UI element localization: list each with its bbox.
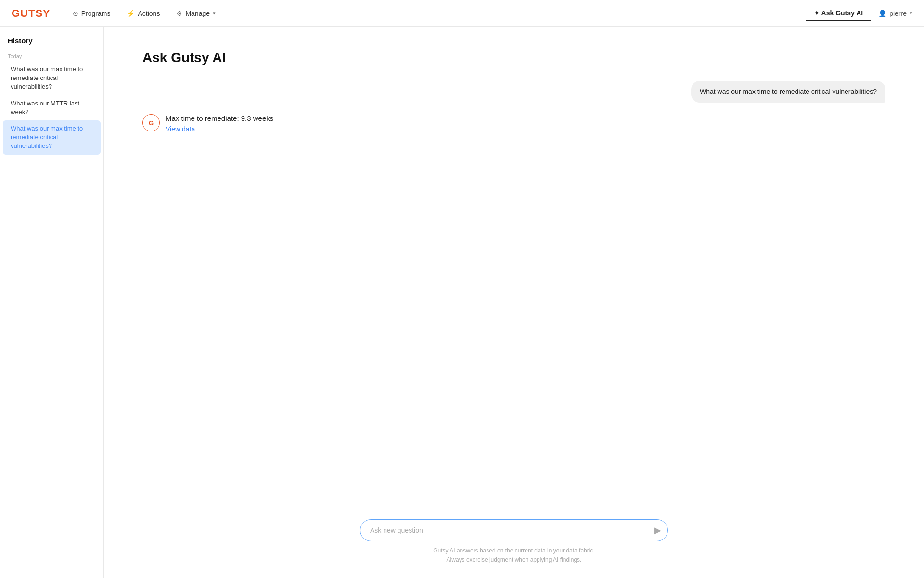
- actions-icon: ⚡: [127, 10, 135, 17]
- view-data-link[interactable]: View data: [166, 125, 273, 133]
- ai-avatar: G: [142, 114, 160, 131]
- nav-manage-label: Manage: [185, 10, 210, 17]
- user-chevron-icon: ▾: [910, 10, 912, 16]
- user-name-label: pierre: [889, 10, 907, 17]
- programs-icon: ⊙: [73, 10, 78, 17]
- ai-response: G Max time to remediate: 9.3 weeks View …: [142, 114, 479, 133]
- input-wrapper: ▶: [360, 519, 668, 541]
- disclaimer-line2: Always exercise judgment when applying A…: [447, 556, 582, 563]
- chat-messages: What was our max time to remediate criti…: [142, 81, 886, 133]
- manage-icon: ⚙: [176, 10, 182, 17]
- nav-actions[interactable]: ⚡ Actions: [120, 7, 167, 20]
- user-icon: 👤: [878, 10, 886, 17]
- chat-input[interactable]: [360, 519, 668, 541]
- navbar: GUTSY ⊙ Programs ⚡ Actions ⚙ Manage ▾ ✦ …: [0, 0, 924, 27]
- disclaimer-line1: Gutsy AI answers based on the current da…: [433, 547, 595, 554]
- sidebar-item-2[interactable]: What was our MTTR last week?: [3, 95, 101, 120]
- nav-programs-label: Programs: [81, 10, 111, 17]
- ai-logo-letter: G: [149, 119, 154, 127]
- navbar-right: ✦ Ask Gutsy AI 👤 pierre ▾: [806, 6, 912, 21]
- nav-programs[interactable]: ⊙ Programs: [66, 7, 117, 20]
- sidebar-section-today: Today: [0, 51, 103, 61]
- nav-manage[interactable]: ⚙ Manage ▾: [169, 7, 222, 20]
- ai-content: Max time to remediate: 9.3 weeks View da…: [166, 114, 273, 133]
- manage-chevron-icon: ▾: [213, 10, 216, 16]
- sidebar-item-1[interactable]: What was our max time to remediate criti…: [3, 61, 101, 95]
- nav-actions-label: Actions: [138, 10, 160, 17]
- ask-gutsy-button[interactable]: ✦ Ask Gutsy AI: [806, 6, 871, 21]
- send-icon: ▶: [654, 525, 661, 536]
- ask-gutsy-label: ✦ Ask Gutsy AI: [814, 9, 863, 17]
- ai-answer-text: Max time to remediate: 9.3 weeks: [166, 114, 273, 122]
- sidebar-title: History: [0, 37, 103, 51]
- input-area: ▶ Gutsy AI answers based on the current …: [104, 512, 924, 578]
- sidebar: History Today What was our max time to r…: [0, 27, 104, 578]
- main-layout: History Today What was our max time to r…: [0, 27, 924, 578]
- brand-logo[interactable]: GUTSY: [12, 7, 51, 20]
- user-menu[interactable]: 👤 pierre ▾: [878, 10, 912, 17]
- send-button[interactable]: ▶: [654, 525, 661, 536]
- page-title: Ask Gutsy AI: [142, 50, 226, 66]
- user-message-bubble: What was our max time to remediate criti…: [691, 81, 886, 103]
- main-content: Ask Gutsy AI What was our max time to re…: [104, 27, 924, 578]
- sidebar-item-3[interactable]: What was our max time to remediate criti…: [3, 120, 101, 155]
- nav-links: ⊙ Programs ⚡ Actions ⚙ Manage ▾: [66, 7, 806, 20]
- chat-area: Ask Gutsy AI What was our max time to re…: [104, 27, 924, 512]
- input-disclaimer: Gutsy AI answers based on the current da…: [433, 546, 595, 565]
